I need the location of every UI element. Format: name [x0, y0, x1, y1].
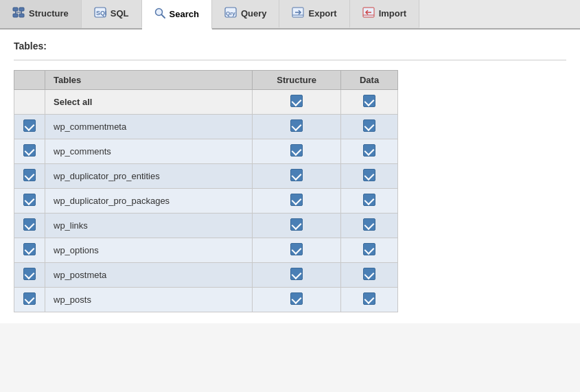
structure-checkbox-cell[interactable]	[253, 164, 341, 189]
structure-cb[interactable]	[290, 218, 303, 231]
select-all-row: Select all	[14, 90, 398, 115]
data-checkbox-cell[interactable]	[341, 164, 398, 189]
row-select-checkbox-cell[interactable]	[14, 214, 45, 238]
svg-text:Qry: Qry	[226, 10, 235, 16]
table-row: wp_options	[14, 238, 398, 263]
data-checkbox-cell[interactable]	[341, 139, 398, 164]
svg-rect-3	[19, 14, 24, 17]
tab-structure-label: Structure	[29, 8, 69, 19]
table-name: wp_duplicator_pro_entities	[45, 164, 253, 189]
row-select-cb[interactable]	[23, 218, 36, 231]
section-title: Tables:	[14, 41, 566, 51]
row-select-cb[interactable]	[23, 268, 36, 280]
select-all-data-checkbox[interactable]	[341, 90, 398, 115]
col-header-structure: Structure	[253, 71, 341, 90]
tab-structure[interactable]: Structure	[0, 0, 82, 28]
tab-sql-label: SQL	[111, 8, 129, 19]
tables-table: Tables Structure Data Select all wp_comm…	[14, 70, 398, 312]
svg-rect-0	[13, 8, 18, 11]
structure-cb[interactable]	[290, 243, 303, 255]
select-all-data-cb[interactable]	[363, 95, 375, 107]
data-cb[interactable]	[363, 194, 375, 206]
table-row: wp_links	[14, 214, 398, 238]
tab-export-label: Export	[308, 8, 336, 19]
data-checkbox-cell[interactable]	[341, 263, 398, 288]
row-select-checkbox-cell[interactable]	[14, 189, 45, 214]
row-select-cb[interactable]	[23, 144, 36, 157]
row-select-cb[interactable]	[23, 169, 36, 181]
tab-bar: Structure SQL SQL Search Qry Query	[0, 0, 580, 30]
row-select-cb[interactable]	[23, 194, 36, 206]
search-icon	[154, 8, 165, 21]
row-select-checkbox-cell[interactable]	[14, 115, 45, 139]
data-cb[interactable]	[363, 169, 375, 181]
data-checkbox-cell[interactable]	[341, 115, 398, 139]
table-name: wp_links	[45, 214, 253, 238]
tab-search-label: Search	[170, 9, 199, 19]
data-checkbox-cell[interactable]	[341, 214, 398, 238]
export-icon	[292, 7, 304, 20]
tab-export[interactable]: Export	[279, 0, 349, 28]
table-row: wp_comments	[14, 139, 398, 164]
structure-cb[interactable]	[290, 169, 303, 181]
data-cb[interactable]	[363, 292, 375, 305]
svg-text:SQL: SQL	[96, 10, 106, 16]
table-row: wp_postmeta	[14, 263, 398, 288]
svg-rect-2	[13, 14, 18, 17]
structure-icon	[12, 7, 25, 20]
svg-line-10	[161, 15, 165, 19]
row-select-cb[interactable]	[23, 292, 36, 305]
content-area: Tables: Tables Structure Data Select all	[0, 30, 580, 323]
structure-cb[interactable]	[290, 268, 303, 280]
divider	[14, 60, 566, 60]
structure-cb[interactable]	[290, 144, 303, 157]
table-row: wp_commentmeta	[14, 115, 398, 139]
structure-cb[interactable]	[290, 119, 303, 132]
row-select-cb[interactable]	[23, 119, 36, 132]
data-checkbox-cell[interactable]	[341, 288, 398, 312]
structure-cb[interactable]	[290, 194, 303, 206]
tab-sql[interactable]: SQL SQL	[82, 0, 142, 28]
tab-search[interactable]: Search	[142, 0, 212, 30]
structure-checkbox-cell[interactable]	[253, 288, 341, 312]
table-name: wp_commentmeta	[45, 115, 253, 139]
select-all-label: Select all	[45, 90, 253, 115]
table-name: wp_posts	[45, 288, 253, 312]
structure-cb[interactable]	[290, 292, 303, 305]
query-icon: Qry	[224, 7, 237, 20]
select-all-structure-checkbox[interactable]	[253, 90, 341, 115]
structure-checkbox-cell[interactable]	[253, 214, 341, 238]
col-header-data: Data	[341, 71, 398, 90]
row-select-checkbox-cell[interactable]	[14, 164, 45, 189]
tab-query[interactable]: Qry Query	[212, 0, 280, 28]
row-select-checkbox-cell[interactable]	[14, 288, 45, 312]
table-name: wp_options	[45, 238, 253, 263]
structure-checkbox-cell[interactable]	[253, 189, 341, 214]
structure-checkbox-cell[interactable]	[253, 238, 341, 263]
table-row: wp_posts	[14, 288, 398, 312]
table-name: wp_postmeta	[45, 263, 253, 288]
structure-checkbox-cell[interactable]	[253, 115, 341, 139]
tab-import-label: Import	[379, 8, 406, 19]
data-checkbox-cell[interactable]	[341, 189, 398, 214]
row-select-checkbox-cell[interactable]	[14, 139, 45, 164]
data-cb[interactable]	[363, 144, 375, 157]
row-select-cb[interactable]	[23, 243, 36, 255]
structure-checkbox-cell[interactable]	[253, 139, 341, 164]
row-select-checkbox-cell[interactable]	[14, 238, 45, 263]
data-cb[interactable]	[363, 119, 375, 132]
tab-import[interactable]: Import	[350, 0, 419, 28]
col-header-checkbox	[14, 71, 45, 90]
tab-query-label: Query	[241, 8, 267, 19]
data-cb[interactable]	[363, 218, 375, 231]
sql-icon: SQL	[94, 7, 106, 20]
table-row: wp_duplicator_pro_entities	[14, 164, 398, 189]
select-all-structure-cb[interactable]	[290, 95, 303, 107]
table-name: wp_comments	[45, 139, 253, 164]
col-header-tables: Tables	[45, 71, 253, 90]
row-select-checkbox-cell[interactable]	[14, 263, 45, 288]
data-cb[interactable]	[363, 243, 375, 255]
data-checkbox-cell[interactable]	[341, 238, 398, 263]
data-cb[interactable]	[363, 268, 375, 280]
structure-checkbox-cell[interactable]	[253, 263, 341, 288]
